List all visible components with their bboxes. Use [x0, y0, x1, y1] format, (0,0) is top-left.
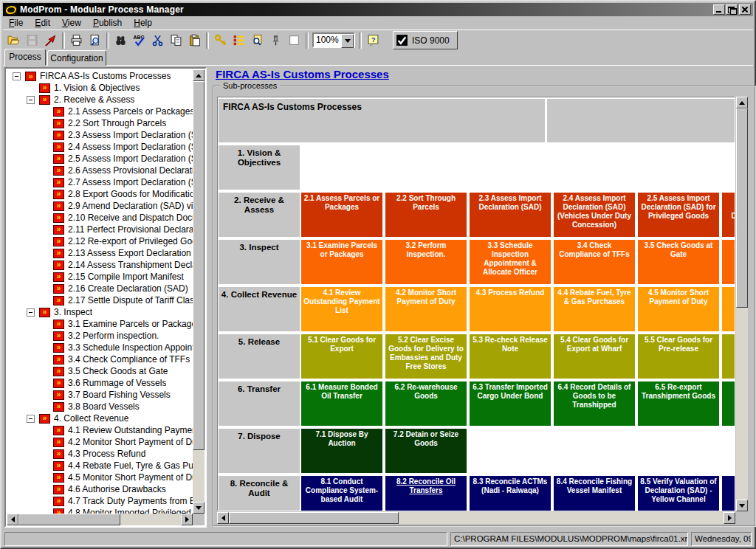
process-cell[interactable]: 8.5 Verify Valuation of Declaration (SAD… [638, 476, 719, 511]
scroll-right-button[interactable] [181, 514, 193, 525]
tree-item[interactable]: »4.6 Authorise Drawbacks [7, 483, 193, 495]
tree-collapse-box[interactable] [27, 308, 35, 317]
tree-item[interactable]: »4.3 Process Refund [7, 448, 193, 460]
tree-horizontal-scrollbar[interactable] [7, 514, 193, 525]
open-button[interactable] [4, 32, 23, 49]
tree-item[interactable]: »4.5 Monitor Short Payment of Duty [7, 472, 193, 483]
tree-item[interactable]: »2. Receive & Assess [7, 94, 193, 106]
tree-item[interactable]: »3.2 Perform inspection. [7, 330, 193, 342]
scroll-up-button[interactable] [736, 97, 748, 108]
process-cell[interactable]: 6.4 Record Details of Goods to be Transh… [554, 381, 635, 426]
process-cell[interactable]: 3.6 Rummage of Vessels [722, 240, 735, 284]
tree-item[interactable]: »2.1 Assess Parcels or Packages [7, 106, 193, 117]
copy-button[interactable] [167, 32, 185, 49]
scroll-right-button[interactable] [724, 512, 735, 524]
zoom-combobox[interactable]: 100% [312, 32, 355, 48]
process-cell[interactable]: 8.2 Reconcile Oil Transfers [385, 476, 467, 511]
process-cell[interactable]: 6.2 Re-warehouse Goods [385, 381, 467, 426]
process-cell[interactable]: 4.3 Process Refund [470, 287, 551, 331]
process-cell[interactable]: 2.1 Assess Parcels or Packages [301, 193, 382, 237]
minimize-button[interactable] [713, 4, 725, 15]
tree-item[interactable]: »2.3 Assess Import Declaration (SAD) [7, 129, 193, 141]
tree-item[interactable]: »3.7 Board Fishing Vessels [7, 389, 193, 401]
scroll-up-button[interactable] [193, 69, 205, 81]
scroll-left-button[interactable] [7, 514, 18, 525]
tree-item[interactable]: »FIRCA AS-Is Customs Processes [7, 70, 193, 82]
process-cell[interactable]: 3.5 Check Goods at Gate [638, 240, 719, 284]
scrollbar-thumb[interactable] [193, 81, 205, 450]
menu-edit[interactable]: Edit [29, 17, 56, 29]
scrollbar-thumb[interactable] [18, 514, 120, 525]
tree-item[interactable]: »4. Collect Revenue [7, 412, 193, 424]
tree-item[interactable]: »3.4 Check Compliance of TFFs [7, 353, 193, 365]
scrollbar-thumb[interactable] [229, 512, 399, 524]
tree-item[interactable]: »4.8 Monitor Imported Privileged Goo [7, 507, 193, 514]
tree-collapse-box[interactable] [27, 415, 35, 423]
tree-collapse-box[interactable] [13, 72, 21, 80]
tree-item[interactable]: »2.10 Receive and Dispatch Docume [7, 212, 193, 224]
map-title-link[interactable]: FIRCA AS-Is Customs Processes [216, 68, 389, 80]
tree-item[interactable]: »3. Inspect [7, 306, 193, 318]
scroll-down-button[interactable] [736, 500, 748, 511]
process-cell[interactable]: 7.1 Dispose By Auction [301, 429, 382, 473]
paste-button[interactable] [185, 32, 204, 49]
process-cell[interactable]: 4.4 Rebate Fuel, Tyre & Gas Purchases [554, 287, 635, 331]
print-button[interactable] [67, 32, 86, 49]
tree-item[interactable]: »2.9 Amend Declaration (SAD) via po [7, 200, 193, 212]
find-page-button[interactable] [248, 32, 267, 49]
process-cell[interactable]: 5.1 Clear Goods for Export [301, 334, 382, 379]
process-cell[interactable]: 5.5 Clear Goods for Pre-release [638, 334, 719, 379]
tree-item[interactable]: »2.12 Re-export of Privileged Goods [7, 235, 193, 247]
tree-item[interactable]: »2.13 Assess Export Declaration (SAD [7, 247, 193, 259]
process-cell[interactable]: 5.2 Clear Excise Goods for Delivery to E… [385, 334, 467, 379]
iso9000-button[interactable]: ISO 9000 [393, 31, 458, 49]
tab-process[interactable]: Process [4, 49, 46, 66]
process-cell[interactable]: 2.3 Assess Import Declaration (SAD) [470, 193, 551, 237]
tree-item[interactable]: »4.7 Track Duty Payments from Excis [7, 495, 193, 507]
process-cell[interactable]: 3.3 Schedule Inspection Appointment & Al… [470, 240, 551, 284]
process-cell[interactable]: 2.5 Assess Import Declaration (SAD) for … [638, 193, 719, 237]
key-button[interactable] [211, 32, 230, 49]
tree-item[interactable]: »2.7 Assess Import Declaration (SAD) [7, 176, 193, 188]
process-cell[interactable]: 2.2 Sort Through Parcels [385, 193, 467, 237]
process-cell[interactable]: 6.3 Transfer Imported Cargo Under Bond [470, 381, 551, 426]
tree-vertical-scrollbar[interactable] [193, 69, 205, 514]
menu-view[interactable]: View [56, 17, 87, 29]
publish-arrow-button[interactable] [41, 32, 60, 49]
tree-item[interactable]: »4.2 Monitor Short Payment of Duty [7, 436, 193, 448]
tree-item[interactable]: »3.3 Schedule Inspection Appointmen [7, 342, 193, 353]
zoom-dropdown-button[interactable] [341, 34, 354, 48]
tree-item[interactable]: »3.8 Board Vessels [7, 401, 193, 412]
process-cell[interactable]: 4.1 Review Outstanding Payment List [301, 287, 382, 331]
process-cell[interactable]: 5.3 Re-check Release Note [470, 334, 551, 379]
tree-item[interactable]: »2.15 Compile Import Manifest [7, 271, 193, 283]
tree-item[interactable]: »4.1 Review Outstanding Payment Lis [7, 424, 193, 436]
tree-item[interactable]: »2.17 Settle Dispute of Tariff Classific… [7, 294, 193, 306]
process-cell[interactable]: 3.4 Check Compliance of TFFs [554, 240, 635, 284]
tree-item[interactable]: »2.16 Create Declaration (SAD) [7, 283, 193, 294]
scrollbar-thumb[interactable] [736, 108, 748, 308]
process-cell[interactable]: 3.2 Perform inspection. [385, 240, 467, 284]
process-cell[interactable]: 6.5 Re-export Transhipment Goods [638, 381, 719, 426]
process-cell[interactable]: 8.4 Reconcile Fishing Vessel Manifest [554, 476, 635, 511]
process-cell[interactable]: 6.1 Measure Bonded Oil Transfer [301, 381, 382, 426]
tree-item[interactable]: »3.5 Check Goods at Gate [7, 365, 193, 377]
process-cell[interactable]: 4.2 Monitor Short Payment of Duty [385, 287, 467, 331]
tree-item[interactable]: »2.14 Assess Transhipment Declaratio [7, 259, 193, 271]
process-cell[interactable]: 2.4 Assess Import Declaration (SAD) (Veh… [554, 193, 635, 237]
process-list-button[interactable] [230, 32, 248, 49]
tree-item[interactable]: »2.4 Assess Import Declaration (SAD) [7, 141, 193, 153]
tree-item[interactable]: »4.4 Rebate Fuel, Tyre & Gas Purcha [7, 460, 193, 472]
process-cell[interactable]: 8.6 Bo [722, 476, 735, 511]
print-preview-button[interactable] [86, 32, 104, 49]
process-cell[interactable]: 3.1 Examine Parcels or Packages [301, 240, 382, 284]
process-cell[interactable]: 5.4 Clear Goods for Export at Wharf [554, 334, 635, 379]
process-cell[interactable] [722, 287, 735, 331]
tree-item[interactable]: »2.5 Assess Import Declaration (SAD) [7, 153, 193, 165]
restore-button[interactable] [726, 4, 738, 15]
spellcheck-button[interactable]: ABC [130, 32, 148, 49]
process-cell[interactable]: 7.2 Detain or Seize Goods [385, 429, 467, 473]
tree-item[interactable]: »2.2 Sort Through Parcels [7, 117, 193, 129]
map-horizontal-scrollbar[interactable] [217, 512, 735, 524]
tree-item[interactable]: »1. Vision & Objectives [7, 82, 193, 94]
